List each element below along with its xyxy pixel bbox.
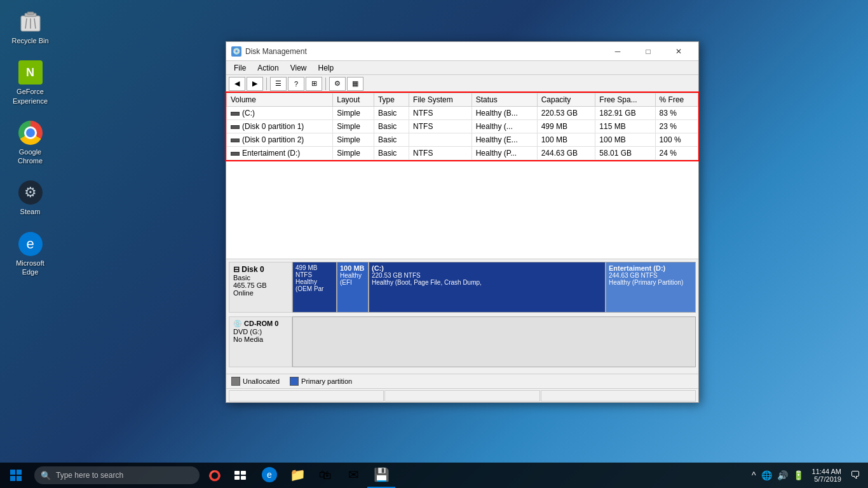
edge-badge: e <box>18 232 43 256</box>
col-filesystem[interactable]: File System <box>409 93 472 107</box>
steam-badge: ⚙ <box>18 180 43 205</box>
table-cell-3-7: 24 % <box>655 147 698 160</box>
taskbar-edge-app[interactable]: e <box>255 463 283 488</box>
cdrom-0-label: 💿 CD-ROM 0 DVD (G:) No Media <box>229 316 292 367</box>
menu-action[interactable]: Action <box>252 62 283 74</box>
battery-icon[interactable]: 🔋 <box>791 470 806 480</box>
legend-unalloc-box <box>231 377 240 386</box>
table-cell-2-2: Basic <box>374 133 409 147</box>
col-free[interactable]: Free Spa... <box>595 93 655 107</box>
notification-button[interactable]: 🗨 <box>848 470 863 481</box>
volume-table: Volume Layout Type File System Status Ca… <box>226 93 698 160</box>
table-cell-0-0: (C:) <box>227 107 333 120</box>
view-button[interactable]: ⊞ <box>306 77 322 91</box>
col-capacity[interactable]: Capacity <box>537 93 595 107</box>
table-cell-2-0: (Disk 0 partition 2) <box>227 133 333 147</box>
cdrom-0-entry: 💿 CD-ROM 0 DVD (G:) No Media <box>229 316 696 367</box>
taskbar-search[interactable]: 🔍 Type here to search <box>34 466 200 484</box>
start-button[interactable] <box>0 463 32 488</box>
partition-oem[interactable]: 499 MB NTFS Healthy (OEM Par <box>293 262 337 312</box>
col-status[interactable]: Status <box>471 93 537 107</box>
cdrom-type: DVD (G:) <box>233 328 262 336</box>
taskbar-edge-icon: e <box>262 467 277 482</box>
col-type[interactable]: Type <box>374 93 409 107</box>
table-cell-2-3 <box>409 133 472 147</box>
col-layout[interactable]: Layout <box>333 93 374 107</box>
table-cell-0-5: 220.53 GB <box>537 107 595 120</box>
taskbar-diskman-icon: 💾 <box>374 467 390 482</box>
table-row[interactable]: (Disk 0 partition 1)SimpleBasicNTFSHealt… <box>227 120 698 133</box>
recycle-bin-icon[interactable]: Recycle Bin <box>6 6 54 48</box>
partition-c[interactable]: (C:) 220.53 GB NTFS Healthy (Boot, Page … <box>369 262 606 312</box>
menu-help[interactable]: Help <box>313 62 339 74</box>
svg-rect-13 <box>241 476 246 480</box>
nvidia-label: GeForce Experience <box>9 87 51 105</box>
menu-file[interactable]: File <box>229 62 251 74</box>
table-row[interactable]: (C:)SimpleBasicNTFSHealthy (B...220.53 G… <box>227 107 698 120</box>
empty-list-area <box>226 161 698 259</box>
status-bar <box>226 388 698 402</box>
chrome-icon[interactable]: Google Chrome <box>6 118 54 168</box>
taskbar-diskman-app[interactable]: 💾 <box>367 463 395 488</box>
console-button[interactable]: ▦ <box>347 77 363 91</box>
task-view-button[interactable] <box>227 463 253 488</box>
table-cell-3-6: 58.01 GB <box>595 147 655 160</box>
legend-primary-box <box>290 377 299 386</box>
svg-rect-9 <box>17 476 22 481</box>
partition-oem-status: Healthy (OEM Par <box>295 278 334 292</box>
table-cell-2-6: 100 MB <box>595 133 655 147</box>
table-cell-2-1: Simple <box>333 133 374 147</box>
col-volume[interactable]: Volume <box>227 93 333 107</box>
cortana-button[interactable]: ⭕ <box>202 463 227 488</box>
taskbar-mail-app[interactable]: ✉ <box>339 463 367 488</box>
window-controls: ─ □ ✕ <box>603 42 693 61</box>
table-cell-0-2: Basic <box>374 107 409 120</box>
partition-d[interactable]: Entertaiment (D:) 244.63 GB NTFS Healthy… <box>606 262 695 312</box>
taskbar-explorer-app[interactable]: 📁 <box>283 463 311 488</box>
settings-button[interactable]: ⚙ <box>329 77 346 91</box>
taskbar: 🔍 Type here to search ⭕ e 📁 🛍 ✉ 💾 ^ <box>0 463 868 488</box>
col-pct[interactable]: % Free <box>655 93 698 107</box>
edge-icon[interactable]: e Microsoft Edge <box>6 229 54 280</box>
forward-button[interactable]: ▶ <box>247 77 263 91</box>
menu-view[interactable]: View <box>285 62 312 74</box>
volume-table-container: Volume Layout Type File System Status Ca… <box>226 93 698 161</box>
tray-expand[interactable]: ^ <box>750 470 758 480</box>
close-button[interactable]: ✕ <box>664 42 693 61</box>
partition-efi[interactable]: 100 MB Healthy (EFI <box>337 262 369 312</box>
window-titlebar: 💿 Disk Management ─ □ ✕ <box>226 42 698 61</box>
svg-rect-11 <box>241 471 246 475</box>
steam-icon[interactable]: ⚙ Steam <box>6 177 54 219</box>
nvidia-icon[interactable]: N GeForce Experience <box>6 57 54 108</box>
help-button[interactable]: ? <box>288 77 304 91</box>
taskbar-mail-icon: ✉ <box>348 467 359 482</box>
clock-time: 11:44 AM <box>812 468 841 475</box>
disk-0-type: Basic <box>233 274 288 281</box>
table-cell-0-7: 83 % <box>655 107 698 120</box>
svg-rect-6 <box>10 470 15 475</box>
network-icon[interactable]: 🌐 <box>759 470 774 480</box>
table-row[interactable]: (Disk 0 partition 2)SimpleBasicHealthy (… <box>227 133 698 147</box>
system-clock[interactable]: 11:44 AM 5/7/2019 <box>808 468 845 483</box>
back-button[interactable]: ◀ <box>229 77 245 91</box>
disk-visual-area: ⊟ Disk 0 Basic 465.75 GB Online 499 MB N… <box>226 259 698 374</box>
table-cell-1-3: NTFS <box>409 120 472 133</box>
svg-rect-12 <box>234 476 240 480</box>
legend-unalloc-label: Unallocated <box>243 377 280 385</box>
table-row[interactable]: Entertaiment (D:)SimpleBasicNTFSHealthy … <box>227 147 698 160</box>
search-icon: 🔍 <box>41 471 51 480</box>
disk-0-name: ⊟ Disk 0 <box>233 265 288 274</box>
status-cell-1 <box>229 390 384 402</box>
properties-button[interactable]: ☰ <box>270 77 287 91</box>
menu-bar: File Action View Help <box>226 61 698 75</box>
table-cell-3-0: Entertaiment (D:) <box>227 147 333 160</box>
toolbar-separator-2 <box>325 78 326 90</box>
steam-label: Steam <box>20 207 41 216</box>
maximize-button[interactable]: □ <box>634 42 663 61</box>
desktop-icons: Recycle Bin N GeForce Experience Google … <box>6 6 54 279</box>
volume-icon[interactable]: 🔊 <box>775 470 790 480</box>
taskbar-store-app[interactable]: 🛍 <box>311 463 339 488</box>
table-cell-2-7: 100 % <box>655 133 698 147</box>
svg-rect-10 <box>234 471 240 475</box>
minimize-button[interactable]: ─ <box>603 42 632 61</box>
